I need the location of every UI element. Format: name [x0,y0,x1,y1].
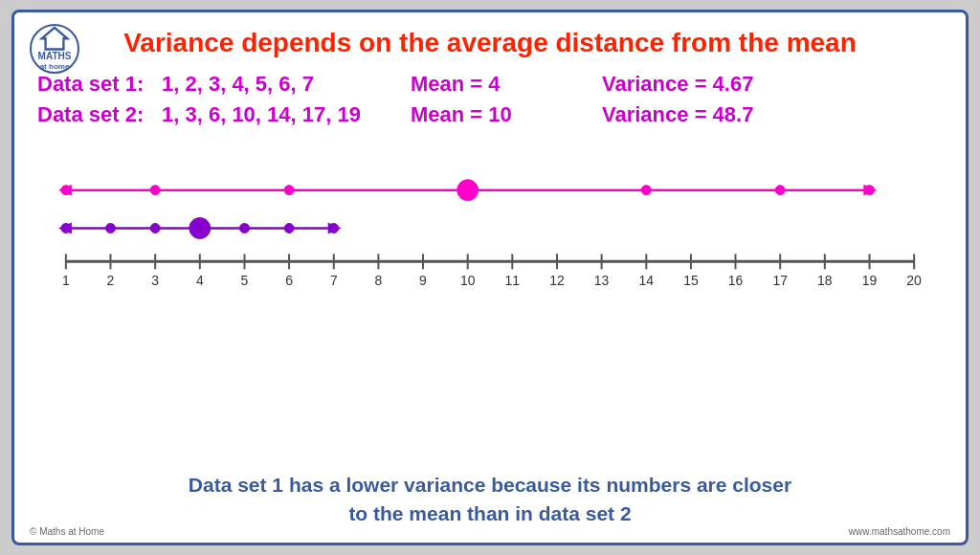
main-card: MATHS at home Variance depends on the av… [11,10,969,545]
svg-text:4: 4 [196,273,204,288]
dataset2-mean: Mean = 10 [411,102,602,127]
copyright-right: www.mathsathome.com [849,526,950,537]
svg-point-55 [61,223,71,233]
data-rows: Data set 1: 1, 2, 3, 4, 5, 6, 7 Mean = 4… [37,72,943,127]
dataset2-label: Data set 2: [37,102,162,127]
footer-text: Data set 1 has a lower variance because … [37,471,943,527]
svg-point-50 [775,186,785,195]
svg-point-51 [865,186,875,195]
copyright-left: © Maths at Home [30,526,104,537]
svg-point-60 [284,223,294,233]
svg-text:19: 19 [862,273,878,288]
svg-text:15: 15 [683,273,699,288]
svg-text:16: 16 [728,273,744,288]
footer-line2: to the mean than in data set 2 [37,500,943,527]
dataset1-values: 1, 2, 3, 4, 5, 6, 7 [162,72,411,97]
footer-line1: Data set 1 has a lower variance because … [37,471,943,499]
svg-text:14: 14 [639,273,655,288]
svg-text:9: 9 [419,273,427,288]
logo: MATHS at home [30,24,79,74]
svg-point-59 [240,223,250,233]
dataset1-label: Data set 1: [37,72,162,97]
svg-text:1: 1 [62,273,70,288]
svg-point-47 [284,186,294,195]
svg-text:8: 8 [375,273,383,288]
svg-text:5: 5 [241,273,249,288]
dataset1-mean: Mean = 4 [411,72,602,97]
axis-ticks: 1 2 3 4 5 6 7 8 9 10 [62,254,922,288]
svg-point-48 [457,180,479,201]
svg-text:2: 2 [107,273,115,288]
svg-text:10: 10 [460,273,476,288]
svg-text:18: 18 [817,273,833,288]
svg-text:3: 3 [151,273,159,288]
dataset2-values: 1, 3, 6, 10, 14, 17, 19 [162,102,411,127]
svg-point-56 [105,223,115,233]
svg-marker-0 [42,28,67,50]
dataset2-row: Data set 2: 1, 3, 6, 10, 14, 17, 19 Mean… [37,102,943,127]
svg-point-45 [61,186,71,195]
dataset2-variance: Variance = 48.7 [602,102,793,127]
svg-text:6: 6 [285,273,293,288]
logo-home: at home [40,62,70,72]
page-title: Variance depends on the average distance… [37,28,943,58]
svg-text:12: 12 [549,273,565,288]
logo-maths: MATHS [38,51,72,62]
dataset1-row: Data set 1: 1, 2, 3, 4, 5, 6, 7 Mean = 4… [37,72,943,97]
svg-point-49 [641,186,651,195]
svg-text:20: 20 [906,273,922,288]
svg-text:17: 17 [772,273,788,288]
dataset1-variance: Variance = 4.67 [602,72,793,97]
svg-point-61 [329,223,339,233]
svg-text:11: 11 [505,273,521,288]
number-line-svg: 1 2 3 4 5 6 7 8 9 10 [37,135,943,307]
svg-point-57 [150,223,160,233]
number-line-area: 1 2 3 4 5 6 7 8 9 10 [37,135,943,465]
svg-point-58 [189,218,211,239]
svg-text:7: 7 [330,273,338,288]
svg-point-46 [150,186,160,195]
svg-text:13: 13 [594,273,610,288]
